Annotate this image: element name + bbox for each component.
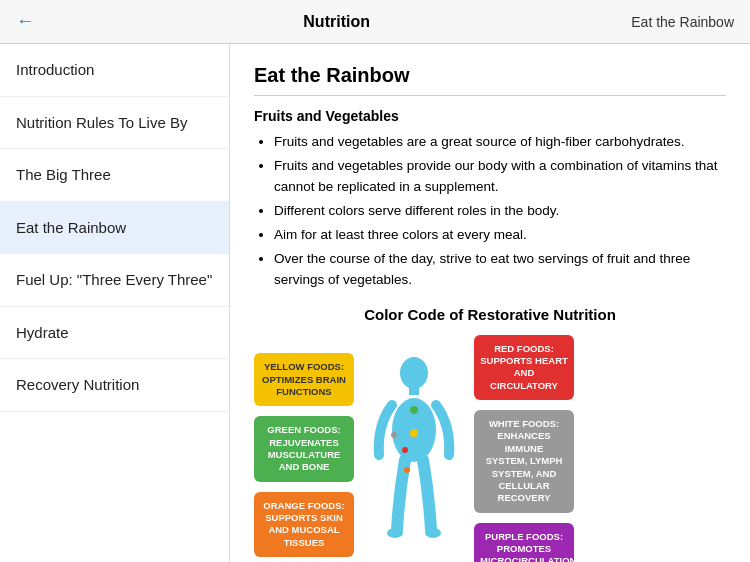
purple-foods-box: PURPLE FOODS:PROMOTESMICROCIRCULATION [474,523,574,562]
section1-bullets: Fruits and vegetables are a great source… [254,132,726,290]
diagram-col-right: RED FOODS:SUPPORTS HEARTANDCIRCULATORY W… [474,335,574,562]
diagram-title: Color Code of Restorative Nutrition [254,306,726,323]
body-figure [364,355,464,555]
bullet-1: Fruits and vegetables are a great source… [274,132,726,152]
sidebar-item-eat-rainbow[interactable]: Eat the Rainbow [0,202,229,255]
yellow-foods-box: YELLOW FOODS:OPTIMIZES BRAINFUNCTIONS [254,353,354,406]
back-button[interactable]: ← [16,11,34,32]
svg-point-0 [400,357,428,389]
sidebar: Introduction Nutrition Rules To Live By … [0,44,230,562]
red-foods-box: RED FOODS:SUPPORTS HEARTANDCIRCULATORY [474,335,574,400]
sidebar-item-introduction[interactable]: Introduction [0,44,229,97]
color-code-diagram: Color Code of Restorative Nutrition YELL… [254,306,726,562]
sidebar-item-recovery[interactable]: Recovery Nutrition [0,359,229,412]
svg-point-6 [410,429,418,437]
svg-point-7 [402,447,408,453]
svg-rect-1 [409,387,419,395]
section-divider [254,95,726,96]
sidebar-item-hydrate[interactable]: Hydrate [0,307,229,360]
section1-title: Fruits and Vegetables [254,108,726,124]
diagram-col-left: YELLOW FOODS:OPTIMIZES BRAINFUNCTIONS GR… [254,353,354,557]
content-area: Introduction Nutrition Rules To Live By … [0,44,750,562]
white-foods-box: WHITE FOODS:ENHANCES IMMUNESYSTEM, LYMPH… [474,410,574,512]
diagram-columns: YELLOW FOODS:OPTIMIZES BRAINFUNCTIONS GR… [254,335,726,562]
top-bar-title: Nutrition [42,13,631,31]
main-content: Eat the Rainbow Fruits and Vegetables Fr… [230,44,750,562]
sidebar-item-nutrition-rules[interactable]: Nutrition Rules To Live By [0,97,229,150]
svg-point-3 [387,528,403,538]
svg-point-5 [410,406,418,414]
top-bar: ← Nutrition Eat the Rainbow [0,0,750,44]
bullet-5: Over the course of the day, strive to ea… [274,249,726,290]
page-title: Eat the Rainbow [254,64,726,87]
bullet-3: Different colors serve different roles i… [274,201,726,221]
bullet-4: Aim for at least three colors at every m… [274,225,726,245]
sidebar-item-fuel-up[interactable]: Fuel Up: "Three Every Three" [0,254,229,307]
top-bar-page-title: Eat the Rainbow [631,14,734,30]
svg-point-9 [404,467,410,473]
svg-point-4 [425,528,441,538]
sidebar-item-big-three[interactable]: The Big Three [0,149,229,202]
orange-foods-box: ORANGE FOODS:SUPPORTS SKINAND MUCOSALTIS… [254,492,354,557]
green-foods-box: GREEN FOODS:REJUVENATESMUSCULATUREAND BO… [254,416,354,481]
svg-point-8 [391,432,397,438]
bullet-2: Fruits and vegetables provide our body w… [274,156,726,197]
